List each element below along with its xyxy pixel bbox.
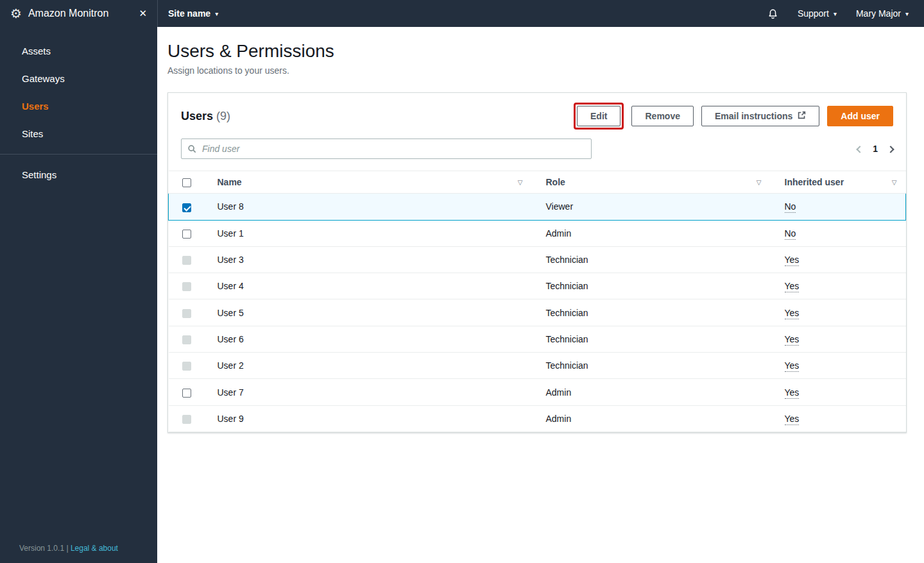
- table-header-row: Name ▽ Role ▽ Inherited user ▽: [169, 171, 906, 194]
- user-role: Admin: [532, 220, 771, 246]
- row-checkbox[interactable]: [182, 203, 191, 212]
- table-row[interactable]: User 1 Admin No: [169, 220, 906, 246]
- user-name-label: Mary Major: [856, 8, 901, 19]
- select-all-checkbox[interactable]: [182, 178, 191, 187]
- inherited-value: Yes: [785, 414, 800, 425]
- column-label-name: Name: [218, 177, 242, 187]
- row-checkbox[interactable]: [182, 256, 191, 265]
- user-name: User 6: [205, 326, 532, 352]
- table-row[interactable]: User 9 Admin Yes: [169, 405, 906, 432]
- table-row[interactable]: User 4 Technician Yes: [169, 273, 906, 299]
- panel-header: Users (9) Edit Remove Email instructions…: [168, 93, 906, 136]
- notifications-bell-icon[interactable]: [767, 8, 778, 19]
- sidebar-item-assets[interactable]: Assets: [0, 37, 157, 65]
- pagination: 1: [857, 143, 893, 155]
- page-subtitle: Assign locations to your users.: [167, 65, 907, 76]
- column-label-role: Role: [546, 177, 565, 187]
- column-sort-icon[interactable]: ▽: [757, 179, 762, 186]
- table-row[interactable]: User 3 Technician Yes: [169, 246, 906, 273]
- table-row[interactable]: User 5 Technician Yes: [169, 299, 906, 326]
- row-checkbox[interactable]: [182, 309, 191, 318]
- sidebar: ⚙ Amazon Monitron ✕ Assets Gateways User…: [0, 0, 157, 563]
- column-header-name[interactable]: Name ▽: [205, 171, 532, 194]
- table-row[interactable]: User 6 Technician Yes: [169, 326, 906, 352]
- user-name: User 2: [205, 353, 532, 379]
- app-logo-icon: ⚙: [10, 7, 22, 20]
- select-all-header: [169, 171, 205, 194]
- remove-button[interactable]: Remove: [631, 106, 693, 126]
- edit-button[interactable]: Edit: [577, 106, 620, 126]
- column-header-inherited[interactable]: Inherited user ▽: [771, 171, 906, 194]
- footer-separator: |: [66, 544, 68, 553]
- row-checkbox[interactable]: [182, 335, 191, 344]
- panel-title: Users: [181, 110, 213, 122]
- column-label-inherited: Inherited user: [785, 177, 844, 187]
- user-role: Technician: [532, 299, 771, 326]
- inherited-value: Yes: [785, 308, 800, 319]
- row-checkbox[interactable]: [182, 282, 191, 291]
- column-header-role[interactable]: Role ▽: [532, 171, 771, 194]
- inherited-value: No: [785, 228, 796, 240]
- email-instructions-button[interactable]: Email instructions: [701, 106, 819, 126]
- column-sort-icon[interactable]: ▽: [892, 179, 897, 186]
- close-icon[interactable]: ✕: [139, 8, 147, 19]
- table-row[interactable]: User 2 Technician Yes: [169, 353, 906, 379]
- app-title: Amazon Monitron: [28, 8, 108, 19]
- topbar-right: Support ▾ Mary Major ▾: [767, 8, 909, 19]
- user-name: User 1: [205, 220, 532, 246]
- user-role: Admin: [532, 405, 771, 432]
- site-name-label: Site name: [168, 8, 210, 19]
- inherited-value: No: [785, 201, 796, 213]
- external-link-icon: [798, 111, 806, 121]
- page-number[interactable]: 1: [873, 144, 878, 154]
- panel-toolbar: 1: [168, 136, 906, 171]
- sidebar-footer: Version 1.0.1 | Legal & about: [19, 544, 118, 553]
- add-user-button[interactable]: Add user: [827, 106, 893, 126]
- row-checkbox[interactable]: [182, 415, 191, 424]
- user-role: Technician: [532, 273, 771, 299]
- user-name: User 3: [205, 246, 532, 273]
- support-menu[interactable]: Support ▾: [798, 8, 837, 19]
- search-box: [181, 139, 592, 159]
- column-sort-icon[interactable]: ▽: [518, 179, 523, 186]
- inherited-value: Yes: [785, 255, 800, 266]
- user-role: Technician: [532, 353, 771, 379]
- previous-page-button[interactable]: [857, 143, 862, 155]
- inherited-value: Yes: [785, 334, 800, 346]
- user-name: User 9: [205, 405, 532, 432]
- sidebar-header: ⚙ Amazon Monitron ✕: [0, 0, 157, 27]
- email-instructions-label: Email instructions: [715, 111, 792, 121]
- site-name-dropdown[interactable]: Site name ▾: [168, 8, 218, 19]
- nav-divider: [0, 154, 157, 155]
- chevron-left-icon: [857, 146, 864, 153]
- row-checkbox[interactable]: [182, 362, 191, 371]
- user-name: User 8: [205, 194, 532, 220]
- topbar: Site name ▾ Support ▾ Mary Major ▾: [157, 0, 924, 27]
- row-checkbox[interactable]: [182, 389, 191, 398]
- legal-about-link[interactable]: Legal & about: [71, 544, 118, 553]
- search-input[interactable]: [181, 139, 592, 159]
- sidebar-item-settings[interactable]: Settings: [0, 161, 157, 189]
- main-content: Users & Permissions Assign locations to …: [157, 27, 924, 563]
- user-name: User 7: [205, 379, 532, 405]
- inherited-value: Yes: [785, 360, 800, 372]
- inherited-value: Yes: [785, 281, 800, 292]
- sidebar-item-gateways[interactable]: Gateways: [0, 65, 157, 92]
- table-row[interactable]: User 8 Viewer No: [169, 194, 906, 220]
- support-label: Support: [798, 8, 829, 19]
- table-row[interactable]: User 7 Admin Yes: [169, 379, 906, 405]
- version-text: Version 1.0.1: [19, 544, 64, 553]
- user-name: User 4: [205, 273, 532, 299]
- user-role: Viewer: [532, 194, 771, 220]
- sidebar-item-users[interactable]: Users: [0, 92, 157, 120]
- sidebar-item-sites[interactable]: Sites: [0, 120, 157, 147]
- user-role: Technician: [532, 326, 771, 352]
- edit-button-annotation: Edit: [574, 103, 624, 130]
- inherited-value: Yes: [785, 387, 800, 399]
- chevron-down-icon: ▾: [215, 10, 218, 17]
- chevron-down-icon: ▾: [834, 10, 837, 17]
- row-checkbox[interactable]: [182, 230, 191, 239]
- user-count: (9): [216, 110, 230, 122]
- next-page-button[interactable]: [888, 143, 893, 155]
- user-menu[interactable]: Mary Major ▾: [856, 8, 909, 19]
